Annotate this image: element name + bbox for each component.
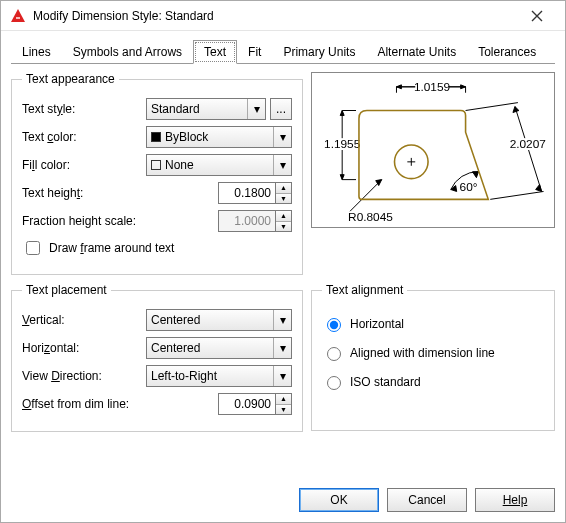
- tab-text[interactable]: Text: [193, 40, 237, 64]
- svg-line-10: [490, 191, 543, 199]
- color-swatch-icon: [151, 132, 161, 142]
- alignment-horizontal-label: Horizontal: [350, 317, 404, 331]
- horizontal-label: Horizontal:: [22, 341, 146, 355]
- group-legend: Text alignment: [322, 283, 407, 297]
- svg-text:R0.8045: R0.8045: [348, 210, 393, 224]
- svg-text:1.0159: 1.0159: [414, 80, 451, 94]
- text-color-select[interactable]: ByBlock ▾: [146, 126, 292, 148]
- cancel-button[interactable]: Cancel: [387, 488, 467, 512]
- ok-button[interactable]: OK: [299, 488, 379, 512]
- text-height-spinner[interactable]: ▲▼: [218, 182, 292, 204]
- text-style-select[interactable]: Standard ▾: [146, 98, 266, 120]
- fraction-height-input: [218, 210, 276, 232]
- offset-label: Offset from dim line:: [22, 397, 172, 411]
- chevron-down-icon: ▾: [273, 338, 291, 358]
- spinner-down-icon[interactable]: ▼: [276, 405, 291, 415]
- alignment-iso-label: ISO standard: [350, 375, 421, 389]
- tab-primary-units[interactable]: Primary Units: [272, 40, 366, 64]
- dimension-preview: 1.0159 1.1955: [311, 72, 555, 228]
- spinner-up-icon[interactable]: ▲: [276, 394, 291, 405]
- text-height-label: Text height:: [22, 186, 146, 200]
- group-legend: Text placement: [22, 283, 111, 297]
- help-button[interactable]: Help: [475, 488, 555, 512]
- group-text-alignment: Text alignment Horizontal Aligned with d…: [311, 283, 555, 431]
- spinner-up-icon: ▲: [276, 211, 291, 222]
- chevron-down-icon: ▾: [247, 99, 265, 119]
- tab-bar: Lines Symbols and Arrows Text Fit Primar…: [1, 31, 565, 63]
- dialog-window: Modify Dimension Style: Standard Lines S…: [0, 0, 566, 523]
- svg-text:2.0207: 2.0207: [510, 137, 546, 151]
- titlebar: Modify Dimension Style: Standard: [1, 1, 565, 31]
- vertical-label: Vertical:: [22, 313, 146, 327]
- tab-alternate-units[interactable]: Alternate Units: [366, 40, 467, 64]
- text-height-input[interactable]: [218, 182, 276, 204]
- spinner-down-icon[interactable]: ▼: [276, 194, 291, 204]
- svg-text:1.1955: 1.1955: [324, 137, 361, 151]
- view-direction-value: Left-to-Right: [151, 369, 217, 383]
- view-direction-label: View Direction:: [22, 369, 146, 383]
- fraction-height-label: Fraction height scale:: [22, 214, 172, 228]
- close-button[interactable]: [517, 2, 557, 30]
- offset-input[interactable]: [218, 393, 276, 415]
- tab-tolerances[interactable]: Tolerances: [467, 40, 547, 64]
- alignment-aligned-label: Aligned with dimension line: [350, 346, 495, 360]
- fill-color-select[interactable]: None ▾: [146, 154, 292, 176]
- tab-symbols[interactable]: Symbols and Arrows: [62, 40, 193, 64]
- window-title: Modify Dimension Style: Standard: [33, 9, 517, 23]
- chevron-down-icon: ▾: [273, 127, 291, 147]
- app-icon: [9, 7, 27, 25]
- spinner-up-icon[interactable]: ▲: [276, 183, 291, 194]
- alignment-iso-radio[interactable]: [327, 376, 341, 390]
- group-legend: Text appearance: [22, 72, 119, 86]
- svg-line-14: [350, 180, 382, 212]
- text-style-value: Standard: [151, 102, 200, 116]
- spinner-down-icon: ▼: [276, 222, 291, 232]
- horizontal-value: Centered: [151, 341, 200, 355]
- view-direction-select[interactable]: Left-to-Right ▾: [146, 365, 292, 387]
- chevron-down-icon: ▾: [273, 310, 291, 330]
- text-color-value: ByBlock: [165, 130, 208, 144]
- svg-line-9: [466, 103, 518, 111]
- color-swatch-icon: [151, 160, 161, 170]
- group-text-appearance: Text appearance Text style: Standard ▾ .…: [11, 72, 303, 275]
- text-style-label: Text style:: [22, 102, 146, 116]
- tab-fit[interactable]: Fit: [237, 40, 272, 64]
- vertical-value: Centered: [151, 313, 200, 327]
- vertical-select[interactable]: Centered ▾: [146, 309, 292, 331]
- tab-content: Text appearance Text style: Standard ▾ .…: [11, 63, 555, 480]
- fraction-height-spinner: ▲▼: [218, 210, 292, 232]
- tab-lines[interactable]: Lines: [11, 40, 62, 64]
- alignment-horizontal-radio[interactable]: [327, 318, 341, 332]
- text-color-label: Text color:: [22, 130, 146, 144]
- dialog-footer: OK Cancel Help: [1, 480, 565, 522]
- draw-frame-label: Draw frame around text: [49, 241, 174, 255]
- alignment-aligned-radio[interactable]: [327, 347, 341, 361]
- fill-color-value: None: [165, 158, 194, 172]
- fill-color-label: Fill color:: [22, 158, 146, 172]
- chevron-down-icon: ▾: [273, 366, 291, 386]
- horizontal-select[interactable]: Centered ▾: [146, 337, 292, 359]
- svg-text:60°: 60°: [460, 180, 478, 194]
- text-style-browse-button[interactable]: ...: [270, 98, 292, 120]
- draw-frame-checkbox[interactable]: [26, 241, 40, 255]
- group-text-placement: Text placement Vertical: Centered ▾ Hori…: [11, 283, 303, 432]
- chevron-down-icon: ▾: [273, 155, 291, 175]
- offset-spinner[interactable]: ▲▼: [218, 393, 292, 415]
